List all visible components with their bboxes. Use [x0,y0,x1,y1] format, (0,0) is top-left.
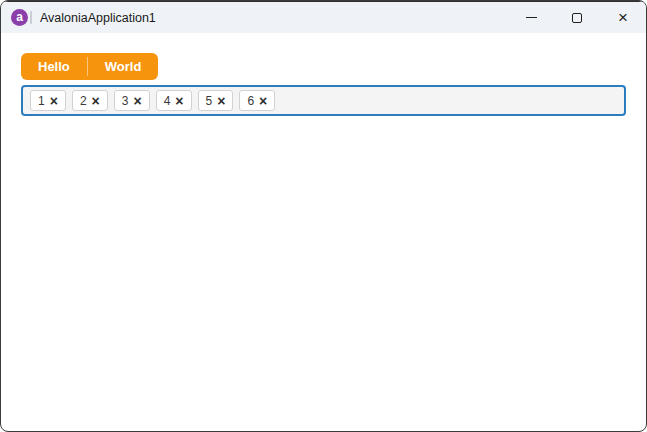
chip-remove-icon[interactable]: × [259,94,267,108]
chip-2: 2 × [72,90,108,111]
hello-button[interactable]: Hello [21,53,87,80]
chip-label: 1 [38,94,45,108]
chip-remove-icon[interactable]: × [133,94,141,108]
avalonia-logo-bar-icon [30,11,32,24]
chip-6: 6 × [239,90,275,111]
minimize-icon [526,17,537,18]
close-icon: × [618,9,628,26]
hello-world-split-button: Hello World [21,53,158,80]
window-content: Hello World 1 × 2 × 3 × 4 × 5 × [1,33,646,116]
window-controls: × [508,2,646,33]
chip-remove-icon[interactable]: × [50,94,58,108]
title-bar[interactable]: a AvaloniaApplication1 × [1,1,646,33]
avalonia-logo-icon: a [11,9,28,26]
chip-label: 3 [122,94,129,108]
chip-remove-icon[interactable]: × [92,94,100,108]
close-button[interactable]: × [600,2,646,33]
chip-5: 5 × [198,90,234,111]
chip-label: 2 [80,94,87,108]
chip-3: 3 × [114,90,150,111]
chip-input-field[interactable]: 1 × 2 × 3 × 4 × 5 × 6 × [21,85,626,116]
maximize-button[interactable] [554,2,600,33]
app-icon: a [11,9,32,26]
maximize-icon [572,13,582,23]
chip-remove-icon[interactable]: × [217,94,225,108]
app-window: a AvaloniaApplication1 × Hello World 1 × [0,0,647,432]
chip-label: 4 [164,94,171,108]
world-button[interactable]: World [88,53,159,80]
window-title: AvaloniaApplication1 [40,11,156,25]
chip-label: 6 [247,94,254,108]
chip-1: 1 × [30,90,66,111]
chip-4: 4 × [156,90,192,111]
minimize-button[interactable] [508,2,554,33]
chip-remove-icon[interactable]: × [175,94,183,108]
chip-label: 5 [206,94,213,108]
